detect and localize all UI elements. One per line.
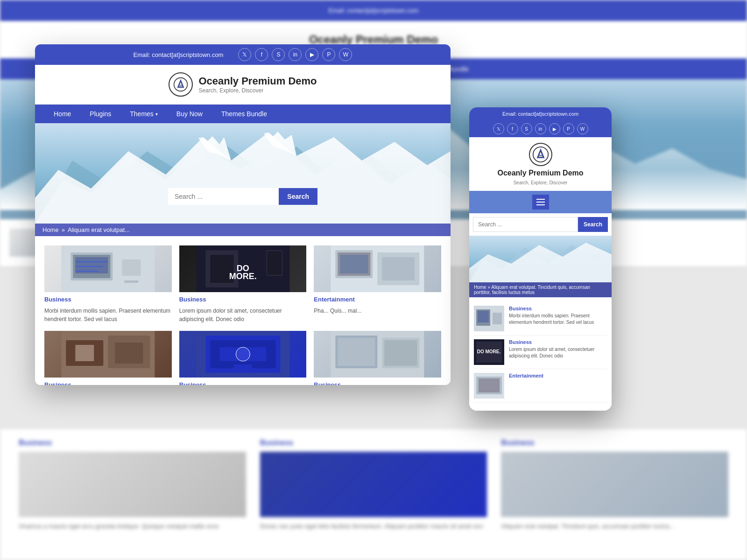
post-category-1[interactable]: Business [44,296,172,303]
post-card-6: Business Aliq... quis... luct... [314,331,441,385]
mobile-breadcrumb: Home » Aliquam erat volutpat. Tincidunt … [469,282,612,297]
mobile-facebook-icon[interactable]: f [507,123,518,134]
wordpress-icon[interactable]: W [339,48,352,61]
hamburger-line-1 [536,199,545,200]
post-img-svg-1 [44,245,172,292]
pinterest-icon[interactable]: P [322,48,335,61]
svg-rect-25 [267,251,282,275]
bg-lower-2: Business Donec nec justo eget felis faci… [260,439,487,551]
mobile-post-cat-3[interactable]: Entertainment [509,373,607,378]
mobile-post-cat-1[interactable]: Business [509,306,607,311]
post-excerpt-1: Morbi interdum mollis sapien. Praesent e… [44,307,172,323]
svg-rect-29 [340,255,368,273]
mobile-search-input[interactable] [473,217,578,232]
mobile-site-title: Oceanly Premium Demo [497,169,583,177]
post-img-svg-3 [314,245,441,292]
post-image-4 [44,331,172,378]
svg-rect-17 [122,259,141,276]
desktop-nav: Home Plugins Themes ▾ Buy Now Themes Bun… [35,105,451,123]
hero-search-input[interactable] [168,188,279,205]
nav-themes-bundle[interactable]: Themes Bundle [212,105,276,123]
mobile-site-tagline: Search, Explore, Discover [514,180,568,185]
breadcrumb-home[interactable]: Home [42,226,59,233]
hamburger-menu-button[interactable] [532,195,549,210]
mobile-breadcrumb-home[interactable]: Home » [474,285,490,290]
mobile-twitter-icon[interactable]: 𝕏 [493,123,504,134]
breadcrumb-current: Aliquam erat volutpat... [68,226,130,233]
svg-text:DO MORE.: DO MORE. [477,349,501,354]
youtube-icon[interactable]: ▶ [305,48,318,61]
svg-rect-31 [382,257,415,280]
facebook-icon[interactable]: f [255,48,268,61]
mobile-youtube-icon[interactable]: ▶ [549,123,560,134]
mobile-nav-bar [469,191,612,213]
mobile-post-content-3: Entertainment [509,373,607,399]
svg-rect-18 [124,280,138,283]
post-excerpt-2: Lorem ipsum dolor sit amet, consectetuer… [179,307,307,323]
nav-themes[interactable]: Themes ▾ [120,105,167,123]
nav-plugins[interactable]: Plugins [80,105,120,123]
mobile-post-cat-2[interactable]: Business [509,339,607,345]
mobile-pinterest-icon[interactable]: P [563,123,574,134]
mobile-post-img-svg-3 [474,373,504,399]
desktop-site-header: Oceanly Premium Demo Search, Explore, Di… [35,65,451,105]
mobile-post-content-2: Business Lorem ipsum dolor sit amet, con… [509,339,607,365]
svg-text:MORE.: MORE. [229,272,256,281]
post-category-5[interactable]: Business [179,381,307,385]
nav-buy-now[interactable]: Buy Now [167,105,212,123]
nav-home[interactable]: Home [44,105,80,123]
mobile-logo-svg [532,146,549,163]
svg-rect-42 [233,364,252,368]
mobile-post-text-1: Morbi interdum mollis sapien. Praesent e… [509,313,607,326]
mobile-posts-list: Business Morbi interdum mollis sapien. P… [469,297,612,407]
mobile-breadcrumb-text: Aliquam erat volutpat. Tincidunt quis, a… [474,285,590,295]
bg-top-bar: Email: contact[at]scriptstown.com [0,0,747,21]
site-title: Oceanly Premium Demo [198,75,317,87]
skype-icon[interactable]: S [272,48,285,61]
post-category-6[interactable]: Business [314,381,441,385]
mobile-social-bar: 𝕏 f S in ▶ P W [469,120,612,137]
mobile-post-text-2: Lorem ipsum dolor sit amet, consectetuer… [509,346,607,359]
svg-rect-47 [385,340,417,366]
linkedin-icon[interactable]: in [289,48,302,61]
desktop-email: Email: contact[at]scriptstown.com [134,51,224,58]
bg-lower-img-1 [19,452,246,517]
mobile-site-logo[interactable] [529,143,552,166]
svg-point-41 [236,347,250,361]
svg-rect-36 [115,343,143,364]
post-image-1 [44,245,172,292]
post-img-svg-6 [314,331,441,378]
hero-search-bar: Search [168,188,317,205]
twitter-icon[interactable]: 𝕏 [238,48,251,61]
post-img-svg-4 [44,331,172,378]
hero-search-button[interactable]: Search [279,188,317,205]
bg-lower-img-3 [501,452,728,517]
breadcrumb-separator: » [62,226,65,233]
breadcrumb-bar: Home » Aliquam erat volutpat... [35,224,451,236]
mobile-wordpress-icon[interactable]: W [577,123,588,134]
hamburger-line-3 [536,204,545,205]
mobile-post-img-svg-1 [474,306,504,331]
mobile-site-header: Oceanly Premium Demo Search, Explore, Di… [469,137,612,191]
site-title-group: Oceanly Premium Demo Search, Explore, Di… [198,75,317,94]
mobile-search-button[interactable]: Search [578,217,608,232]
post-image-6 [314,331,441,378]
post-category-3[interactable]: Entertainment [314,296,441,303]
svg-rect-64 [479,378,500,392]
post-card-4: Business Vivamus a mauris eget arcu grav… [44,331,172,385]
mobile-linkedin-icon[interactable]: in [535,123,546,134]
mobile-post-3: Entertainment [474,369,607,403]
post-image-2: DO MORE. [179,245,307,292]
mobile-post-thumb-3 [474,373,504,399]
post-image-5 [179,331,307,378]
mobile-skype-icon[interactable]: S [521,123,532,134]
post-card-1: Business Morbi interdum mollis sapien. P… [44,245,172,323]
site-logo[interactable] [169,72,193,97]
post-category-4[interactable]: Business [44,381,172,385]
post-card-5: Business Donec nec justo eget felis faci… [179,331,307,385]
desktop-browser-window: Email: contact[at]scriptstown.com 𝕏 f S … [35,44,451,385]
svg-rect-58 [493,313,502,324]
mobile-post-thumb-2: DO MORE. [474,339,504,365]
post-category-2[interactable]: Business [179,296,307,303]
svg-rect-45 [338,338,375,366]
